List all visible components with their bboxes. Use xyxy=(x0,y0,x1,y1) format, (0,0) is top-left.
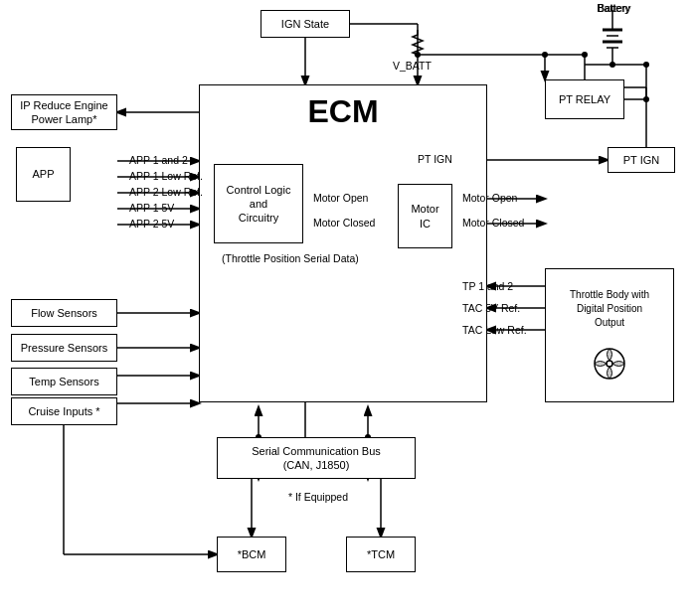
ecm-diagram: Battery IGN State V_BATT ECM Control Log… xyxy=(0,0,696,616)
svg-point-9 xyxy=(609,62,615,68)
pt-relay-box: PT RELAY xyxy=(545,79,624,119)
svg-point-23 xyxy=(643,62,649,68)
tcm-label: *TCM xyxy=(367,547,395,561)
cruise-inputs-label: Cruise Inputs * xyxy=(28,404,99,418)
bcm-label: *BCM xyxy=(238,547,266,561)
tac-5v-label: TAC 5V Ref. xyxy=(462,302,520,316)
ecm-label: ECM xyxy=(307,93,378,130)
app1-low-label: APP 1 Low Ref. xyxy=(129,170,203,184)
motor-closed-left-label: Motor Closed xyxy=(313,217,375,231)
ip-reduce-box: IP Reduce EnginePower Lamp* xyxy=(11,94,117,130)
svg-point-24 xyxy=(643,96,649,102)
temp-sensors-label: Temp Sensors xyxy=(29,375,98,388)
tcm-box: *TCM xyxy=(346,537,416,572)
ip-reduce-label: IP Reduce EnginePower Lamp* xyxy=(20,98,107,127)
v-batt-label: V_BATT xyxy=(393,60,432,74)
tp-1-2-label: TP 1 and 2 xyxy=(462,280,513,294)
svg-point-18 xyxy=(582,52,588,58)
motor-open-right-label: Motor Open xyxy=(462,192,517,206)
control-logic-box: Control LogicandCircuitry xyxy=(214,164,303,243)
serial-bus-label: Serial Communication Bus(CAN, J1850) xyxy=(252,444,381,473)
motor-ic-box: MotorIC xyxy=(398,184,452,248)
throttle-body-box: Throttle Body withDigital PositionOutput xyxy=(545,268,674,402)
serial-bus-box: Serial Communication Bus(CAN, J1850) xyxy=(217,437,416,479)
app-box: APP xyxy=(16,147,71,202)
motor-ic-label: MotorIC xyxy=(411,202,438,231)
app-label: APP xyxy=(32,167,54,181)
cruise-inputs-box: Cruise Inputs * xyxy=(11,397,117,425)
app1-5v-label: APP 1 5V xyxy=(129,202,174,216)
battery-top-label: Battery xyxy=(588,2,639,16)
ign-state-box: IGN State xyxy=(261,10,350,38)
pt-ign-left-label: PT IGN xyxy=(418,153,452,167)
pt-ign-label: PT IGN xyxy=(623,153,659,167)
flow-sensors-box: Flow Sensors xyxy=(11,299,117,327)
app2-low-label: APP 2 Low Ref. xyxy=(129,186,203,200)
bcm-box: *BCM xyxy=(217,537,286,572)
temp-sensors-box: Temp Sensors xyxy=(11,368,117,395)
pt-relay-label: PT RELAY xyxy=(559,92,610,106)
svg-point-16 xyxy=(542,52,548,58)
motor-open-left-label: Motor Open xyxy=(313,192,368,206)
throttle-body-label: Throttle Body withDigital PositionOutput xyxy=(570,288,649,384)
svg-point-13 xyxy=(415,52,421,58)
motor-closed-right-label: Motor Closed xyxy=(462,217,524,231)
flow-sensors-label: Flow Sensors xyxy=(31,306,97,320)
ign-state-label: IGN State xyxy=(281,17,329,31)
pressure-sensors-box: Pressure Sensors xyxy=(11,334,117,362)
tac-low-label: TAC Low Ref. xyxy=(462,324,527,338)
app2-5v-label: APP 2 5V xyxy=(129,218,174,231)
throttle-pos-label: (Throttle Position Serial Data) xyxy=(222,252,359,266)
control-logic-label: Control LogicandCircuitry xyxy=(227,183,291,226)
if-equipped-label: * If Equipped xyxy=(283,491,353,505)
app-1-2-label: APP 1 and 2 xyxy=(129,154,188,168)
svg-point-64 xyxy=(607,361,612,367)
pressure-sensors-label: Pressure Sensors xyxy=(21,341,107,355)
pt-ign-box: PT IGN xyxy=(608,147,675,173)
